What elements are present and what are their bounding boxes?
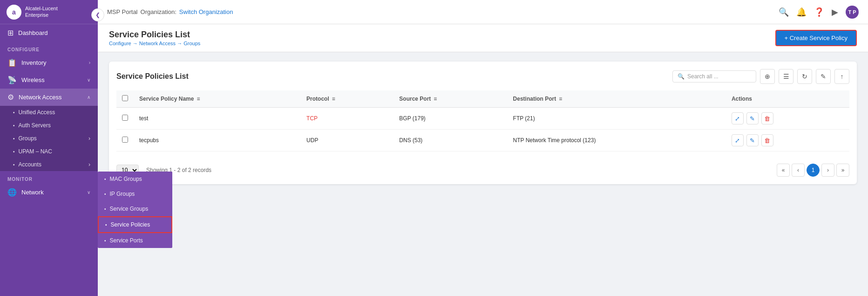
floating-item-mac-groups[interactable]: MAC Groups bbox=[98, 172, 172, 186]
breadcrumb-groups[interactable]: Groups bbox=[183, 41, 200, 46]
sidebar-item-groups[interactable]: Groups › bbox=[0, 132, 98, 145]
floating-item-service-policies[interactable]: Service Policies bbox=[98, 216, 172, 233]
play-icon[interactable]: ▶ bbox=[832, 7, 838, 17]
th-source-port: Source Port ≡ bbox=[393, 90, 507, 108]
row-name-2: tecpubs bbox=[134, 130, 301, 151]
floating-item-service-groups[interactable]: Service Groups bbox=[98, 201, 172, 216]
switch-org-link[interactable]: Switch Organization bbox=[179, 8, 233, 15]
search-box[interactable]: 🔍 Search all ... bbox=[672, 70, 756, 83]
chevron-right-icon: › bbox=[89, 60, 90, 65]
sidebar-collapse-button[interactable]: ❮ bbox=[91, 8, 104, 21]
sidebar-item-inventory[interactable]: 📋 Inventory › bbox=[0, 54, 98, 71]
card-actions: 🔍 Search all ... ⊕ ☰ ↻ ✎ ↑ bbox=[672, 69, 849, 84]
org-label: Organization: bbox=[141, 8, 176, 15]
row-source-port-1: BGP (179) bbox=[393, 108, 507, 130]
groups-floating-submenu: MAC Groups IP Groups Service Groups Serv… bbox=[98, 172, 172, 248]
bell-icon[interactable]: 🔔 bbox=[796, 7, 807, 17]
sidebar-item-unified-access[interactable]: Unified Access bbox=[0, 106, 98, 119]
sidebar-item-network-access[interactable]: ⚙ Network Access ∧ bbox=[0, 89, 98, 106]
row-checkbox-1[interactable] bbox=[122, 115, 128, 121]
user-avatar[interactable]: T P bbox=[846, 6, 859, 19]
th-checkbox bbox=[116, 90, 134, 108]
next-page-button[interactable]: › bbox=[821, 164, 834, 177]
row-destination-port-1: FTP (21) bbox=[508, 108, 726, 130]
row-protocol-2: UDP bbox=[301, 130, 393, 151]
network-icon: 🌐 bbox=[7, 188, 17, 197]
search-placeholder: Search all ... bbox=[687, 73, 719, 80]
wireless-icon: 📡 bbox=[7, 76, 17, 84]
help-icon[interactable]: ❓ bbox=[814, 7, 824, 17]
row-checkbox-cell bbox=[116, 108, 134, 130]
expand-row-button-2[interactable]: ⤢ bbox=[732, 134, 744, 146]
accounts-chevron-icon: › bbox=[88, 161, 90, 168]
sidebar-item-wireless[interactable]: 📡 Wireless ∨ bbox=[0, 71, 98, 89]
destination-port-filter-icon[interactable]: ≡ bbox=[559, 96, 562, 102]
first-page-button[interactable]: « bbox=[777, 164, 790, 177]
last-page-button[interactable]: » bbox=[836, 164, 849, 177]
cross-icon-button[interactable]: ⊕ bbox=[760, 69, 775, 84]
expand-row-button-1[interactable]: ⤢ bbox=[732, 112, 744, 124]
source-port-filter-icon[interactable]: ≡ bbox=[434, 96, 437, 102]
upload-icon-button[interactable]: ↑ bbox=[834, 69, 849, 84]
th-name: Service Policy Name ≡ bbox=[134, 90, 301, 108]
chevron-down-icon: ∨ bbox=[87, 77, 90, 83]
network-chevron-icon: ∨ bbox=[87, 190, 90, 195]
edit-table-icon-button[interactable]: ✎ bbox=[816, 69, 831, 84]
card-header: Service Policies List 🔍 Search all ... ⊕… bbox=[116, 69, 849, 84]
row-checkbox-cell bbox=[116, 130, 134, 151]
sidebar-item-label: Network bbox=[21, 189, 44, 196]
sidebar-item-label: Network Access bbox=[19, 94, 61, 101]
protocol-filter-icon[interactable]: ≡ bbox=[332, 96, 335, 102]
row-checkbox-2[interactable] bbox=[122, 137, 128, 143]
sidebar-item-auth-servers[interactable]: Auth Servers bbox=[0, 119, 98, 132]
monitor-section-label: MONITOR bbox=[0, 171, 98, 184]
card-title: Service Policies List bbox=[116, 72, 189, 81]
network-access-icon: ⚙ bbox=[7, 93, 14, 102]
delete-row-button-2[interactable]: 🗑 bbox=[761, 134, 773, 146]
floating-item-service-ports[interactable]: Service Ports bbox=[98, 233, 172, 248]
create-service-policy-button[interactable]: + Create Service Policy bbox=[775, 30, 857, 46]
network-access-submenu: Unified Access Auth Servers Groups › UPA… bbox=[0, 106, 98, 171]
sidebar-item-dashboard[interactable]: ⊞ Dashboard bbox=[0, 24, 98, 41]
logo-area: a Alcatel-Lucent Enterprise bbox=[0, 0, 98, 24]
logo-text: Alcatel-Lucent Enterprise bbox=[25, 6, 58, 18]
edit-row-button-2[interactable]: ✎ bbox=[746, 134, 759, 146]
th-actions: Actions bbox=[726, 90, 849, 108]
table-row: test TCP BGP (179) FTP (21) ⤢ ✎ 🗑 bbox=[116, 108, 849, 130]
row-actions-1: ⤢ ✎ 🗑 bbox=[726, 108, 849, 130]
floating-item-ip-groups[interactable]: IP Groups bbox=[98, 186, 172, 201]
row-protocol-1: TCP bbox=[301, 108, 393, 130]
sidebar-item-accounts[interactable]: Accounts › bbox=[0, 158, 98, 171]
table-header-row: Service Policy Name ≡ Protocol ≡ bbox=[116, 90, 849, 108]
columns-icon-button[interactable]: ☰ bbox=[779, 69, 793, 84]
search-nav-icon[interactable]: 🔍 bbox=[779, 7, 789, 17]
name-filter-icon[interactable]: ≡ bbox=[197, 96, 200, 102]
dashboard-icon: ⊞ bbox=[7, 28, 14, 37]
main-content: MSP Portal Organization: Switch Organiza… bbox=[98, 0, 868, 296]
pagination-controls: « ‹ 1 › » bbox=[777, 164, 849, 177]
sidebar-item-upam-nac[interactable]: UPAM – NAC bbox=[0, 145, 98, 158]
table-row: tecpubs UDP DNS (53) NTP Network Time pr… bbox=[116, 130, 849, 151]
sidebar-item-network[interactable]: 🌐 Network ∨ bbox=[0, 184, 98, 201]
chevron-up-icon: ∧ bbox=[87, 95, 90, 100]
breadcrumb: Configure → Network Access → Groups bbox=[109, 41, 200, 46]
breadcrumb-configure[interactable]: Configure bbox=[109, 41, 131, 46]
breadcrumb-network-access[interactable]: Network Access bbox=[139, 41, 176, 46]
service-policies-table: Service Policy Name ≡ Protocol ≡ bbox=[116, 90, 849, 151]
refresh-icon-button[interactable]: ↻ bbox=[797, 69, 812, 84]
sidebar-item-label: Inventory bbox=[21, 59, 46, 66]
th-protocol: Protocol ≡ bbox=[301, 90, 393, 108]
topnav-left: MSP Portal Organization: Switch Organiza… bbox=[107, 8, 233, 15]
page-1-button[interactable]: 1 bbox=[807, 164, 820, 177]
top-navbar: MSP Portal Organization: Switch Organiza… bbox=[98, 0, 868, 24]
prev-page-button[interactable]: ‹ bbox=[792, 164, 805, 177]
topnav-right: 🔍 🔔 ❓ ▶ T P bbox=[779, 6, 859, 19]
content-area: Service Policies List 🔍 Search all ... ⊕… bbox=[98, 52, 868, 296]
select-all-checkbox[interactable] bbox=[122, 95, 128, 101]
row-destination-port-2: NTP Network Time protocol (123) bbox=[508, 130, 726, 151]
delete-row-button-1[interactable]: 🗑 bbox=[761, 112, 773, 124]
page-title: Service Policies List bbox=[109, 30, 200, 40]
configure-section-label: CONFIGURE bbox=[0, 41, 98, 54]
edit-row-button-1[interactable]: ✎ bbox=[746, 112, 759, 124]
inventory-icon: 📋 bbox=[7, 58, 17, 67]
